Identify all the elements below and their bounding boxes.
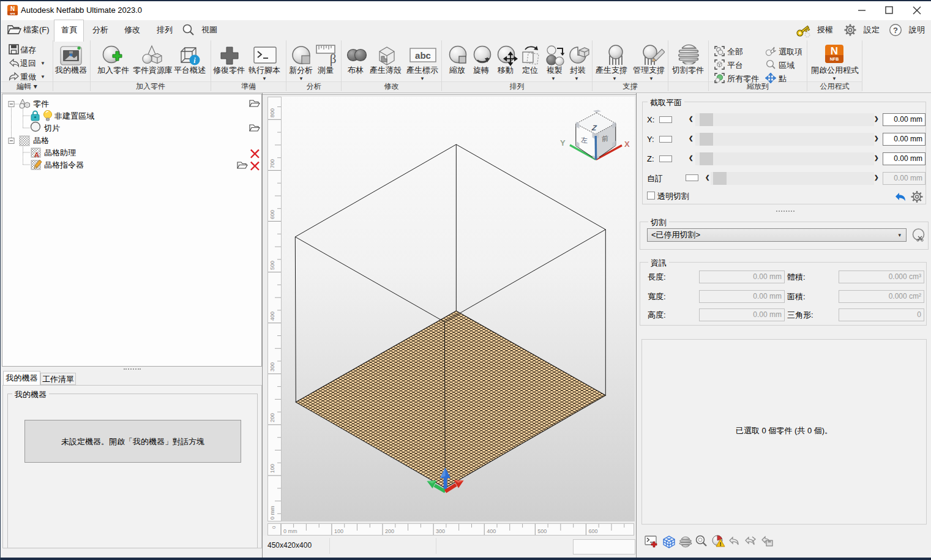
svg-text:200: 200 xyxy=(385,528,394,534)
svg-text:0: 0 xyxy=(271,526,277,529)
svg-text:前: 前 xyxy=(601,135,608,143)
svg-text:500: 500 xyxy=(269,261,275,270)
svg-text:600: 600 xyxy=(269,210,275,219)
svg-text:300: 300 xyxy=(269,362,275,371)
svg-text:N: N xyxy=(10,6,15,12)
svg-text:0 mm: 0 mm xyxy=(269,506,275,520)
svg-text:X: X xyxy=(624,140,630,149)
svg-text:500: 500 xyxy=(537,528,547,534)
svg-text:NFB: NFB xyxy=(830,57,839,61)
svg-text:200: 200 xyxy=(269,413,275,422)
svg-text:0 mm: 0 mm xyxy=(283,528,297,534)
svg-text:Y: Y xyxy=(560,138,566,147)
svg-text:600: 600 xyxy=(588,528,597,534)
svg-text:!: ! xyxy=(720,541,722,547)
svg-text:100: 100 xyxy=(269,464,275,473)
svg-text:400: 400 xyxy=(269,312,275,321)
svg-text:NFB: NFB xyxy=(10,12,15,15)
svg-text:左: 左 xyxy=(581,136,588,144)
svg-text:N: N xyxy=(831,45,838,57)
svg-text:abc: abc xyxy=(415,50,431,61)
svg-text:β: β xyxy=(330,51,337,66)
svg-text:800: 800 xyxy=(269,108,275,118)
svg-text:300: 300 xyxy=(436,528,445,534)
svg-text:700: 700 xyxy=(269,159,275,168)
svg-text:A: A xyxy=(34,151,39,159)
svg-text:?: ? xyxy=(893,26,898,35)
svg-text:100: 100 xyxy=(334,528,343,534)
svg-text:400: 400 xyxy=(487,528,496,534)
